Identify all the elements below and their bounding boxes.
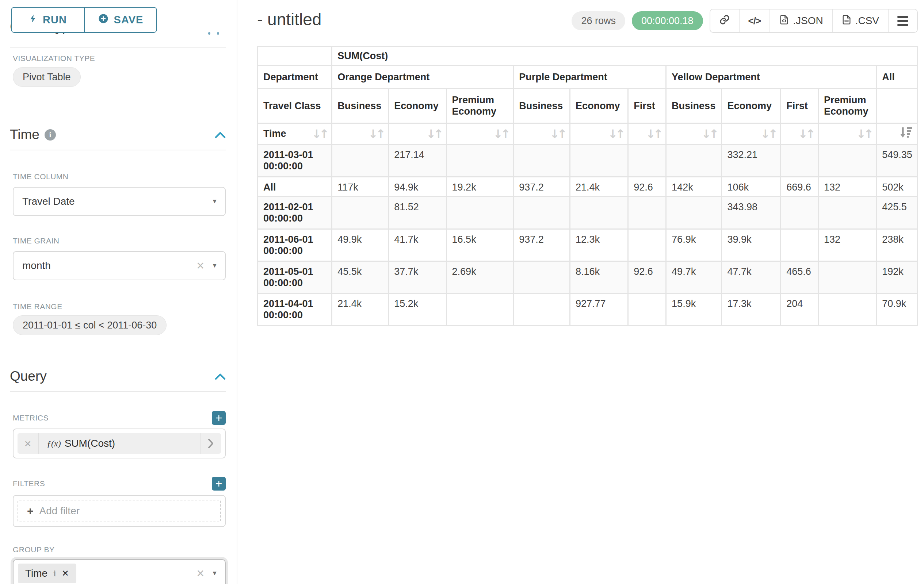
time-grain-select[interactable]: month × ▼ (13, 251, 226, 280)
value-cell (666, 145, 722, 177)
save-button[interactable]: SAVE (84, 8, 156, 32)
travel-class-header: Premium Economy (818, 89, 876, 123)
clear-icon[interactable]: × (196, 259, 204, 272)
sort-icon[interactable]: ↓↑ (493, 128, 509, 140)
sort-icon[interactable]: ↓↑ (608, 128, 624, 140)
query-section-header: Query (10, 368, 226, 384)
value-cell: 70.9k (876, 293, 917, 326)
value-cell: 15.9k (666, 293, 722, 326)
travel-class-axis-label: Travel Class (258, 89, 332, 123)
travel-class-header: Economy (722, 89, 781, 123)
run-save-button-group: RUN SAVE (11, 7, 157, 33)
hamburger-icon (898, 16, 908, 26)
chevron-down-icon[interactable]: ▼ (211, 262, 218, 269)
chevron-down-icon[interactable]: ▼ (211, 198, 218, 205)
time-axis-label[interactable]: Time↓↑ (258, 123, 332, 145)
run-button[interactable]: RUN (12, 8, 84, 32)
sort-icon[interactable]: ↓↑ (368, 128, 384, 140)
pivot-table: SUM(Cost)DepartmentOrange DepartmentPurp… (257, 46, 918, 326)
value-cell (446, 197, 513, 229)
export-csv-button[interactable]: .CSV (832, 10, 888, 32)
sort-column-cell[interactable]: ↓↑ (513, 123, 570, 145)
row-time-header: All (258, 177, 332, 197)
sort-icon[interactable]: ↓↑ (701, 128, 717, 140)
metrics-field: × ƒ(x) SUM(Cost) (13, 429, 226, 459)
metric-chip[interactable]: × ƒ(x) SUM(Cost) (18, 433, 221, 454)
query-duration-badge: 00:00:00.18 (632, 12, 703, 30)
group-by-select[interactable]: Timei✕ × ▼ (13, 559, 226, 584)
selected-value-chip[interactable]: Timei✕ (18, 564, 76, 583)
info-icon[interactable]: i (45, 129, 56, 140)
value-cell: 49.7k (666, 262, 722, 293)
chart-header: - untitled 26 rows 00:00:00.18 </> (257, 0, 918, 33)
sort-column-cell[interactable] (876, 123, 917, 145)
sort-column-cell[interactable]: ↓↑ (446, 123, 513, 145)
travel-class-header: Premium Economy (446, 89, 513, 123)
value-cell: 15.2k (389, 293, 446, 326)
sort-descending-icon[interactable] (899, 127, 912, 141)
value-cell: 92.6 (628, 177, 666, 197)
value-cell: 132 (818, 229, 876, 262)
value-cell: 37.7k (389, 262, 446, 293)
value-cell (513, 293, 570, 326)
value-cell: 937.2 (513, 229, 570, 262)
visualization-type-value[interactable]: Pivot Table (13, 67, 81, 87)
section-divider (10, 391, 226, 392)
sort-column-cell[interactable]: ↓↑ (389, 123, 446, 145)
chevron-right-icon[interactable] (200, 433, 221, 454)
sort-icon[interactable]: ↓↑ (798, 128, 813, 140)
table-row: 2011-04-01 00:00:0021.4k15.2k927.7715.9k… (258, 293, 917, 326)
view-query-button[interactable]: </> (739, 10, 770, 32)
value-cell: 81.52 (389, 197, 446, 229)
sort-column-cell[interactable]: ↓↑ (666, 123, 722, 145)
filters-field: + Add filter (13, 495, 226, 527)
value-cell: 17.3k (722, 293, 781, 326)
value-cell: 669.6 (781, 177, 818, 197)
chip-label: Time (25, 568, 48, 579)
value-cell: 465.6 (781, 262, 818, 293)
value-cell (666, 197, 722, 229)
sort-column-cell[interactable]: ↓↑ (628, 123, 666, 145)
travel-class-header: First (628, 89, 666, 123)
export-json-button[interactable]: .JSON (769, 10, 832, 32)
chevron-down-icon[interactable]: ▼ (211, 570, 218, 577)
sort-icon[interactable]: ↓↑ (426, 128, 442, 140)
sort-icon[interactable]: ↓↑ (549, 128, 565, 140)
sort-column-cell[interactable]: ↓↑ (570, 123, 628, 145)
share-link-button[interactable] (710, 10, 739, 32)
value-cell: 8.16k (570, 262, 628, 293)
time-column-select[interactable]: Travel Date ▼ (13, 187, 226, 216)
chart-title[interactable]: - untitled (257, 10, 322, 29)
time-label: Time (263, 128, 286, 140)
sort-column-cell[interactable]: ↓↑ (781, 123, 818, 145)
add-filter-plus-button[interactable]: + (212, 477, 226, 490)
sort-column-cell[interactable]: ↓↑ (332, 123, 389, 145)
sort-icon[interactable]: ↓↑ (312, 128, 327, 140)
menu-button[interactable] (888, 10, 917, 32)
value-cell (332, 197, 389, 229)
metric-chip-label: SUM(Cost) (64, 438, 115, 449)
remove-metric-icon[interactable]: × (18, 433, 39, 454)
table-row: 2011-03-01 00:00:00217.14332.21549.35 (258, 145, 917, 177)
sort-icon[interactable]: ↓↑ (761, 128, 776, 140)
value-cell (818, 197, 876, 229)
time-range-value[interactable]: 2011-01-01 ≤ col < 2011-06-30 (13, 315, 167, 335)
remove-chip-icon[interactable]: ✕ (62, 568, 69, 579)
value-cell (446, 145, 513, 177)
clear-icon[interactable]: × (196, 567, 204, 580)
add-filter-button[interactable]: + Add filter (18, 500, 221, 522)
chevron-up-icon[interactable] (215, 373, 226, 380)
value-cell: 238k (876, 229, 917, 262)
sort-icon[interactable]: ↓↑ (646, 128, 661, 140)
sort-icon[interactable]: ↓↑ (856, 128, 872, 140)
add-metric-button[interactable]: + (212, 411, 226, 425)
time-grain-label: TIME GRAIN (13, 237, 226, 245)
value-cell: 117k (332, 177, 389, 197)
info-icon[interactable]: i (53, 569, 56, 579)
chevron-up-icon[interactable] (215, 132, 226, 138)
explore-view: Chart Type RUN SAVE VISUALIZATION TYPE (0, 0, 924, 584)
sort-column-cell[interactable]: ↓↑ (722, 123, 781, 145)
value-cell (446, 293, 513, 326)
travel-class-header: First (781, 89, 818, 123)
sort-column-cell[interactable]: ↓↑ (818, 123, 876, 145)
